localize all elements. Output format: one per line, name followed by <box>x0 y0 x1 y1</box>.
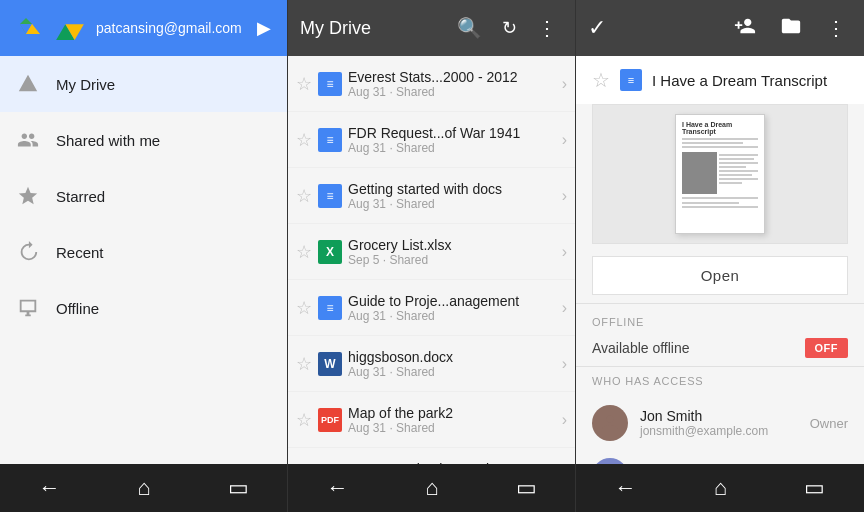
list-item[interactable]: ☆ ≡ Getting started with docs Aug 31 · S… <box>288 168 575 224</box>
shared-icon <box>16 128 40 152</box>
list-item[interactable]: ☆ ≡ Everest Stats...2000 - 2012 Aug 31 ·… <box>288 56 575 112</box>
sidebar-item-label-my-drive: My Drive <box>56 76 115 93</box>
left-bottom-nav: ← ⌂ ▭ <box>0 464 287 512</box>
back-button-right[interactable]: ← <box>599 467 653 509</box>
file-info: higgsboson.docx Aug 31 · Shared <box>348 349 556 379</box>
home-button-middle[interactable]: ⌂ <box>409 467 454 509</box>
right-panel: ✓ ⋮ ☆ ≡ I Have a Dream Transcript <box>576 0 864 512</box>
chevron-right-icon: › <box>562 355 567 373</box>
sidebar-item-recent[interactable]: Recent <box>0 224 287 280</box>
sidebar-item-offline[interactable]: Offline <box>0 280 287 336</box>
doc-type-icon: ≡ <box>318 72 342 96</box>
recents-button-left[interactable]: ▭ <box>212 467 265 509</box>
file-info: Guide to Proje...anagement Aug 31 · Shar… <box>348 293 556 323</box>
sidebar-item-shared-with-me[interactable]: Shared with me <box>0 112 287 168</box>
list-item[interactable]: ☆ ≡ Guide to Proje...anagement Aug 31 · … <box>288 280 575 336</box>
folder-icon[interactable] <box>774 9 808 48</box>
nav-list: My Drive Shared with me Starred Recent <box>0 56 287 464</box>
sidebar-item-label-offline: Offline <box>56 300 99 317</box>
right-header: ✓ ⋮ <box>576 0 864 56</box>
star-icon[interactable]: ☆ <box>296 297 312 319</box>
file-name: Grocery List.xlsx <box>348 237 556 253</box>
middle-bottom-nav: ← ⌂ ▭ <box>288 464 575 512</box>
chevron-right-icon: › <box>562 299 567 317</box>
svg-marker-5 <box>20 18 32 24</box>
back-button-left[interactable]: ← <box>22 467 76 509</box>
doc-title: I Have a Dream Transcript <box>652 72 827 89</box>
refresh-icon[interactable]: ↻ <box>496 11 523 45</box>
avatar-jon <box>592 405 628 441</box>
file-name: higgsboson.docx <box>348 349 556 365</box>
chevron-right-icon: › <box>562 411 567 429</box>
file-meta: Aug 31 · Shared <box>348 421 556 435</box>
recent-icon <box>16 240 40 264</box>
doc-star-icon[interactable]: ☆ <box>592 68 610 92</box>
checkmark-icon[interactable]: ✓ <box>588 15 606 41</box>
recents-button-middle[interactable]: ▭ <box>500 467 553 509</box>
sidebar-item-label-starred: Starred <box>56 188 105 205</box>
file-info: Getting started with docs Aug 31 · Share… <box>348 181 556 211</box>
file-meta: Aug 31 · Shared <box>348 197 556 211</box>
middle-title: My Drive <box>300 18 443 39</box>
star-icon[interactable]: ☆ <box>296 185 312 207</box>
left-header: patcansing@gmail.com ▶ <box>0 0 287 56</box>
doc-type-icon: ≡ <box>318 128 342 152</box>
star-icon[interactable]: ☆ <box>296 73 312 95</box>
list-item[interactable]: ☆ W higgsboson.docx Aug 31 · Shared › <box>288 336 575 392</box>
back-button-middle[interactable]: ← <box>310 467 364 509</box>
doc-preview: I Have a Dream Transcript <box>592 104 848 244</box>
list-item[interactable]: ☆ PDF Map of the park2 Aug 31 · Shared › <box>288 392 575 448</box>
file-info: FDR Request...of War 1941 Aug 31 · Share… <box>348 125 556 155</box>
chevron-right-icon: › <box>562 131 567 149</box>
offline-row: Available offline OFF <box>592 338 848 358</box>
sidebar-item-label-recent: Recent <box>56 244 104 261</box>
left-panel: patcansing@gmail.com ▶ My Drive Shared w… <box>0 0 288 512</box>
doc-title-bar: ☆ ≡ I Have a Dream Transcript <box>576 56 864 104</box>
file-meta: Aug 31 · Shared <box>348 365 556 379</box>
overflow-menu-icon[interactable]: ⋮ <box>531 10 563 46</box>
access-item: patcansing Can edit <box>592 450 848 464</box>
right-content: ☆ ≡ I Have a Dream Transcript I Have a D… <box>576 56 864 464</box>
offline-icon <box>16 296 40 320</box>
word-type-icon: W <box>318 352 342 376</box>
list-item[interactable]: ☆ ≡ Mom's Applecrisp Recipe Aug 31 · Sha… <box>288 448 575 464</box>
access-role-jon: Owner <box>810 416 848 431</box>
star-nav-icon <box>16 184 40 208</box>
file-info: Grocery List.xlsx Sep 5 · Shared <box>348 237 556 267</box>
file-meta: Aug 31 · Shared <box>348 141 556 155</box>
list-item[interactable]: ☆ ≡ FDR Request...of War 1941 Aug 31 · S… <box>288 112 575 168</box>
overflow-menu-right-icon[interactable]: ⋮ <box>820 10 852 46</box>
offline-toggle[interactable]: OFF <box>805 338 849 358</box>
person-email: jonsmith@example.com <box>640 424 798 438</box>
file-meta: Sep 5 · Shared <box>348 253 556 267</box>
sidebar-item-starred[interactable]: Starred <box>0 168 287 224</box>
offline-section-title: OFFLINE <box>592 316 848 328</box>
star-icon[interactable]: ☆ <box>296 129 312 151</box>
home-button-left[interactable]: ⌂ <box>121 467 166 509</box>
recents-button-right[interactable]: ▭ <box>788 467 841 509</box>
app-container: patcansing@gmail.com ▶ My Drive Shared w… <box>0 0 864 512</box>
access-section: WHO HAS ACCESS Jon Smith jonsmith@exampl… <box>576 366 864 464</box>
file-info: Map of the park2 Aug 31 · Shared <box>348 405 556 435</box>
star-icon[interactable]: ☆ <box>296 241 312 263</box>
available-offline-label: Available offline <box>592 340 690 356</box>
chevron-icon[interactable]: ▶ <box>257 17 271 39</box>
list-item[interactable]: ☆ X Grocery List.xlsx Sep 5 · Shared › <box>288 224 575 280</box>
sidebar-item-label-shared: Shared with me <box>56 132 160 149</box>
file-meta: Aug 31 · Shared <box>348 309 556 323</box>
chevron-right-icon: › <box>562 75 567 93</box>
open-button-container: Open <box>576 256 864 299</box>
open-button[interactable]: Open <box>592 256 848 295</box>
my-drive-icon <box>16 72 40 96</box>
doc-type-icon: ≡ <box>318 296 342 320</box>
sidebar-item-my-drive[interactable]: My Drive <box>0 56 287 112</box>
home-button-right[interactable]: ⌂ <box>698 467 743 509</box>
access-section-title: WHO HAS ACCESS <box>592 375 848 387</box>
add-person-icon[interactable] <box>728 9 762 48</box>
search-icon[interactable]: 🔍 <box>451 10 488 46</box>
doc-type-icon: ≡ <box>318 184 342 208</box>
file-name: Guide to Proje...anagement <box>348 293 556 309</box>
star-icon[interactable]: ☆ <box>296 353 312 375</box>
sheet-type-icon: X <box>318 240 342 264</box>
star-icon[interactable]: ☆ <box>296 409 312 431</box>
